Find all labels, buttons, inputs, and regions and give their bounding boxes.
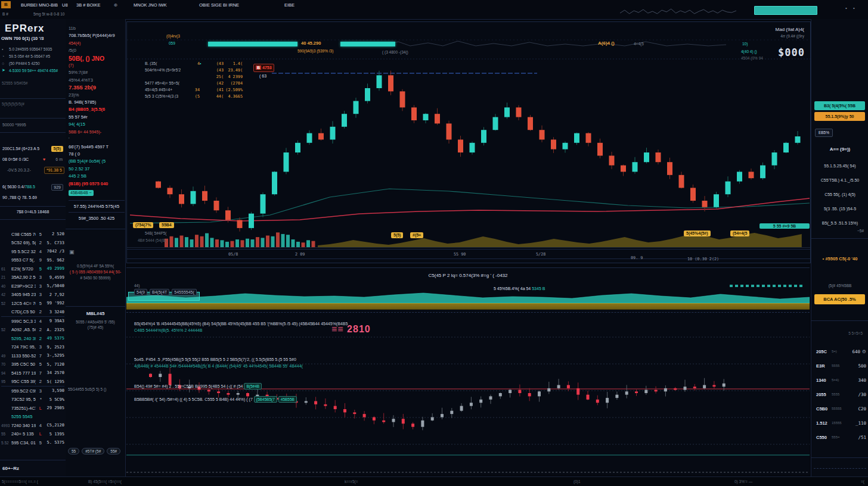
filter-chip[interactable]: 54(9 — [134, 289, 147, 295]
menu-item[interactable]: 3B # BOIKE — [76, 2, 100, 8]
chart-teal-chip[interactable]: 5 55 #=9 5B — [760, 223, 810, 229]
menu-item[interactable]: ⊕ — [114, 2, 117, 8]
stat-row[interactable]: 90 ,788 Q 78. 5.69 — [0, 194, 66, 202]
book-row[interactable]: 5212C5 4C= 70)599 '992 — [1, 299, 64, 308]
order-row[interactable]: 13405=4)340 — [816, 373, 866, 387]
instrument-line[interactable]: 708.7b5b5( P(6444)4r9 — [69, 32, 125, 39]
book-row[interactable]: 491133 550-52)73-,5295 — [1, 351, 64, 360]
instrument-line[interactable]: 50B(, () JNO — [69, 55, 125, 62]
link-badge[interactable]: 45B55B — [278, 396, 297, 403]
stat-row[interactable]: 200C1.5# (6+23 A 5 5(5) — [0, 145, 66, 154]
book-row[interactable]: 959.5C2 C95_533,590 — [1, 386, 64, 395]
book-row[interactable]: 5255 5545 — [1, 413, 64, 422]
instrument-line[interactable]: 5BB 6= 44 5945)- — [69, 129, 125, 136]
menu-item[interactable]: BURBEI MNO-BIB — [21, 2, 58, 8]
link-badge[interactable]: (5B45B5(7 — [254, 396, 277, 403]
stat-badge[interactable]: 929 — [51, 184, 63, 191]
chart-chip[interactable]: (754(7% — [133, 222, 153, 228]
progress-bar[interactable] — [340, 42, 395, 46]
topbar-action-button[interactable] — [754, 6, 817, 15]
stat-row[interactable]: -0V.5 20.3.2- *91.38 5 — [0, 167, 66, 175]
instrument-line[interactable]: ' — [69, 136, 125, 143]
more-link[interactable]: ~5# — [857, 229, 864, 233]
instrument-line[interactable]: B4 (BB05_3(5.5(6 — [69, 106, 125, 113]
legend-row[interactable]: 5477 #5=4)= 55=5((42(2704 — [145, 80, 246, 86]
gear-icon[interactable]: ⚙ — [860, 349, 866, 354]
order-row[interactable]: 20555555/30 — [816, 387, 866, 401]
instrument-line[interactable]: 45%4.4%T3 — [69, 77, 125, 84]
page-button[interactable]: 55# — [107, 448, 120, 454]
book-row[interactable]: 735251)-4C70L29 2905 — [1, 404, 64, 413]
menu-item[interactable]: EIBE — [284, 2, 294, 8]
book-row[interactable]: 73C52 95, 5=*5 5C9% — [1, 395, 64, 404]
menu-item[interactable]: OBIE SIGE BI IRNE — [199, 2, 239, 8]
legend-row[interactable]: B. (35(4•(431.4( — [145, 60, 246, 67]
filter-item[interactable]: ○(50 P#4#4 5 4250 — [2, 60, 65, 67]
order-row[interactable]: 205C5=)640⚙ — [816, 344, 866, 359]
order-row[interactable]: 1.51215555_110 — [816, 416, 866, 430]
sell-button[interactable]: 55.1.5(9%)y 50 — [814, 112, 865, 121]
alert-badge[interactable]: B4753 — [253, 64, 274, 72]
instrument-line[interactable]: 23)% — [69, 92, 125, 99]
buy-button[interactable]: B3( 5(4(5%( 55B — [814, 101, 865, 110]
instrument-line[interactable]: 94( 4(15 — [69, 121, 125, 128]
instrument-line[interactable]: 57.55) 244%45 575(45 — [69, 200, 125, 210]
position-row[interactable]: C55'T5B.) 4.1._/5.50 — [814, 173, 866, 187]
book-row[interactable]: 2135A2,90 2 5C39,4599 — [1, 273, 64, 282]
book-row[interactable]: C7D(,C5 5023 3240 — [1, 308, 64, 317]
book-row[interactable]: 9553 C7 5(,995. 962 — [1, 256, 64, 265]
book-row[interactable]: 5.52595 C34, 01355. 5375 — [1, 438, 64, 447]
filter-item[interactable]: •5.0 2#4595 935647 5935 — [2, 45, 65, 52]
book-row[interactable]: 5C52 69), 5(25. C733 — [1, 239, 64, 248]
menu-item[interactable]: U8 — [62, 2, 68, 8]
position-row[interactable]: 5(3 .55. (15 )54-5 — [814, 201, 866, 216]
instrument-line[interactable]: (7) — [69, 62, 125, 69]
position-row[interactable]: C55 55(, (1) 4(5) — [814, 187, 866, 201]
window-dots[interactable]: • • — [845, 5, 857, 11]
instrument-line[interactable]: 66'(7) 5o4#5 4597 T — [69, 144, 125, 151]
instrument-line[interactable]: 55 57 5#r — [69, 114, 125, 121]
book-row[interactable]: 9595C C55 39)25( 1295 — [1, 378, 64, 387]
instrument-line[interactable]: 45B4B4B ~ — [69, 190, 94, 196]
book-row[interactable]: 52A092 ,A5. 5C52A. 2325 — [1, 326, 64, 335]
instrument-line[interactable]: 78 ( 0 — [69, 151, 125, 158]
position-row[interactable]: B5(_5.5 .51.5 15%) — [814, 216, 866, 230]
book-row[interactable]: 70395 C5C 5055, 7120 — [1, 360, 64, 369]
link-badge[interactable]: B(5#4B — [244, 383, 262, 390]
order-row[interactable]: C5B055555C20 — [816, 401, 866, 416]
chart-chip[interactable]: 55B4 — [159, 222, 174, 228]
position-row[interactable]: 55.1.5.25.45( 54) — [814, 158, 866, 173]
filter-chip[interactable]: B4(5(4T — [150, 289, 169, 295]
topbar-sub-item[interactable]: B # — [2, 12, 8, 16]
book-row[interactable]: 40E29P>9C2 39)35,/5040 — [1, 282, 64, 291]
main-chart-canvas[interactable] — [127, 22, 810, 263]
stat-row[interactable]: 6( 5630 0.4/788.5 929 — [0, 183, 66, 192]
book-row[interactable]: 724 79C 95,39, 2523 — [1, 343, 64, 352]
instrument-line[interactable]: 7.355 2b(9 — [69, 84, 125, 91]
menu-item[interactable]: MNOK JNO IWK — [134, 2, 167, 8]
book-row[interactable]: 49937240 340 1954C5,2120 — [1, 421, 64, 430]
filter-chip[interactable]: 54555545( — [172, 289, 196, 295]
instrument-line[interactable]: B. 94B( 5785) — [69, 99, 125, 106]
legend-row[interactable]: 25(4 2399 — [145, 73, 246, 80]
book-row[interactable]: 999C 5C,3 3549 39A3 — [1, 316, 64, 326]
chart-chip[interactable]: (54=4(5 — [730, 230, 749, 236]
panel-icon[interactable]: ▣ — [69, 249, 75, 255]
confirm-button[interactable]: BCA AC(50 .5% — [814, 294, 865, 304]
book-row[interactable]: 95 5.5C2 3247042 /3 — [1, 247, 64, 256]
instrument-line[interactable]: 445 2 5B — [69, 173, 125, 180]
page-button[interactable]: #5T# (5# — [82, 448, 104, 454]
instrument-line[interactable]: 11b — [69, 25, 125, 32]
book-row[interactable]: 945415 777 19734 2570 — [1, 369, 64, 378]
percent-button[interactable]: EB5% — [815, 129, 833, 137]
chart-chip[interactable]: 5(5) — [391, 232, 403, 238]
instrument-line[interactable]: 59%:7(8# — [69, 69, 125, 76]
legend-row[interactable]: 5(5 3 C(5%=4(3 (3(544(4.3665 — [145, 93, 246, 99]
book-row[interactable]: 423405 945 23032 7,92 — [1, 291, 64, 300]
legend-row[interactable]: 504r%=4% (5=9r5'2 #5=((4323.49( — [145, 67, 246, 73]
stat-row[interactable]: 08 0=5# 0 /3C ♥ 6 m — [0, 156, 66, 164]
stat-badge[interactable]: *91.38 5 — [44, 167, 64, 174]
instrument-line[interactable]: 50 2.52 37 — [69, 166, 125, 173]
instrument-line[interactable]: (B1B) (95 0575 040 — [69, 180, 125, 188]
book-row[interactable]: 61E29( 5/720549 2999 — [1, 264, 64, 273]
